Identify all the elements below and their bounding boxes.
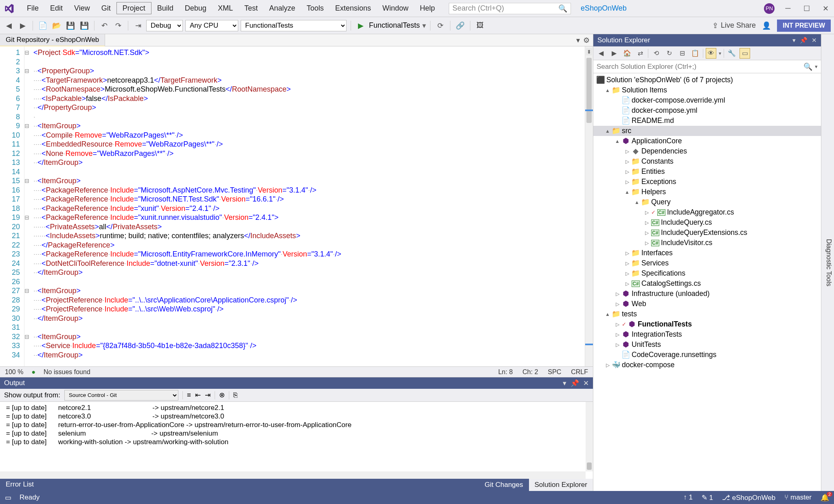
nav-back-icon[interactable]: ◀ (3, 20, 15, 31)
save-all-icon[interactable]: 💾 (79, 20, 90, 31)
menu-build[interactable]: Build (151, 2, 179, 14)
global-search[interactable]: Search (Ctrl+Q) 🔍 (449, 3, 571, 14)
expand-icon[interactable]: ▷ (615, 342, 620, 348)
step-icon[interactable]: ⇥ (132, 20, 144, 31)
expand-icon[interactable]: ▷ (644, 220, 650, 226)
bottom-tab-solution-explorer[interactable]: Solution Explorer (529, 479, 593, 491)
open-icon[interactable]: 📂 (51, 20, 62, 31)
menu-edit[interactable]: Edit (44, 2, 68, 14)
startup-select[interactable]: FunctionalTests (241, 20, 347, 31)
output-clear-icon[interactable]: ≡ (187, 391, 191, 399)
expand-icon[interactable]: ▷ (624, 149, 630, 154)
sol-fwd-icon[interactable]: ▶ (609, 48, 619, 59)
solution-header[interactable]: Solution Explorer ▾ 📌 ✕ (593, 34, 821, 46)
expand-icon[interactable]: ▷ (624, 169, 630, 175)
menu-file[interactable]: File (21, 2, 44, 14)
user-avatar[interactable]: PN (764, 3, 775, 14)
config-select[interactable]: Debug (146, 20, 183, 31)
menu-debug[interactable]: Debug (179, 2, 212, 14)
output-source-select[interactable]: Source Control - Git (64, 390, 178, 401)
branch-indicator[interactable]: ⑂ master (784, 493, 812, 502)
output-goto-icon[interactable]: ⎘ (233, 391, 237, 399)
tree-item[interactable]: ▷✓C#IncludeAggregator.cs (593, 207, 821, 217)
tree-item[interactable]: ▲📁Query (593, 197, 821, 207)
tree-item[interactable]: ▷◆Dependencies (593, 146, 821, 156)
tree-item[interactable]: ▷C#IncludeVisitor.cs (593, 238, 821, 248)
editor-scrollbar[interactable]: ⬍ (585, 46, 593, 366)
undo-icon[interactable]: ↶ (99, 20, 110, 31)
code-content[interactable]: <Project·Sdk="Microsoft.NET.Sdk"> ··<Pro… (31, 46, 585, 366)
expand-icon[interactable]: ▷ (615, 301, 620, 307)
expand-icon[interactable]: ▷ (624, 179, 630, 185)
expand-icon[interactable]: ▷ (615, 332, 620, 337)
sol-pin-icon[interactable]: 📌 (800, 37, 808, 44)
expand-icon[interactable]: ▲ (605, 128, 610, 134)
line-ending[interactable]: CRLF (571, 368, 588, 376)
sol-preview-icon[interactable]: 👁 (706, 48, 716, 59)
bottom-tab-git-changes[interactable]: Git Changes (479, 479, 529, 491)
solution-root[interactable]: ⬛ Solution 'eShopOnWeb' (6 of 7 projects… (593, 75, 821, 85)
live-share-button[interactable]: ⇪ Live Share (712, 21, 756, 30)
tree-item[interactable]: ▷📁Services (593, 258, 821, 268)
output-scrollbar-v[interactable] (586, 402, 593, 471)
push-indicator[interactable]: ↑ 1 (683, 493, 693, 502)
tree-item[interactable]: 📄docker-compose.yml (593, 105, 821, 116)
expand-icon[interactable]: ▷ (615, 322, 620, 327)
notifications-icon[interactable]: 🔔2 (821, 493, 829, 502)
refresh-icon[interactable]: ⟳ (435, 20, 446, 31)
output-pin-icon[interactable]: 📌 (571, 379, 579, 388)
output-dropdown-icon[interactable]: ▾ (563, 379, 566, 388)
menu-window[interactable]: Window (377, 2, 414, 14)
tree-item[interactable]: ▷✓⬢FunctionalTests (593, 319, 821, 329)
save-icon[interactable]: 💾 (65, 20, 76, 31)
sol-dropdown-icon[interactable]: ▾ (792, 37, 796, 44)
preview-button[interactable]: INT PREVIEW (777, 20, 831, 32)
browser-link-icon[interactable]: 🔗 (454, 20, 466, 31)
doc-tab[interactable]: Git Repository - eShopOnWeb (0, 34, 105, 46)
issues-text[interactable]: No issues found (44, 368, 90, 376)
code-editor[interactable]: 1234567891011121314151617181920212223242… (0, 46, 593, 366)
tree-item[interactable]: ▷C#IncludeQuery.cs (593, 217, 821, 228)
menu-view[interactable]: View (68, 2, 96, 14)
run-target[interactable]: FunctionalTests (369, 21, 420, 30)
fold-column[interactable]: ⊟ ⊟ ⊟ ⊟ ⊟ ⊟ ⊟ (24, 46, 31, 366)
menu-help[interactable]: Help (414, 2, 441, 14)
expand-icon[interactable]: ▲ (605, 88, 610, 93)
expand-icon[interactable]: ▷ (644, 240, 650, 246)
tree-item[interactable]: ▷📁Constants (593, 156, 821, 167)
sol-back-icon[interactable]: ◀ (596, 48, 606, 59)
expand-icon[interactable]: ▷ (624, 271, 630, 276)
sol-view-icon[interactable]: ▭ (740, 48, 750, 59)
menu-project[interactable]: Project (116, 2, 151, 14)
sol-properties-icon[interactable]: 🔧 (726, 48, 737, 59)
solution-search-input[interactable] (597, 63, 803, 71)
expand-icon[interactable]: ▷ (624, 261, 630, 266)
search-drop-icon[interactable]: ▾ (815, 64, 818, 70)
tab-settings-icon[interactable]: ⚙ (583, 36, 590, 45)
tree-item[interactable]: ▲⬢ApplicationCore (593, 136, 821, 146)
sol-showall-icon[interactable]: 📋 (690, 48, 700, 59)
tree-item[interactable]: ▷⬢Infrastructure (unloaded) (593, 289, 821, 299)
run-icon[interactable]: ▶ (355, 20, 367, 31)
menu-extensions[interactable]: Extensions (329, 2, 377, 14)
tree-item[interactable]: ▷⬢Web (593, 299, 821, 309)
minimize-icon[interactable]: ─ (783, 3, 793, 14)
output-close-icon[interactable]: ✕ (583, 379, 589, 388)
tab-overflow-icon[interactable]: ▾ (576, 36, 580, 45)
redo-icon[interactable]: ↷ (112, 20, 124, 31)
indent-mode[interactable]: SPC (548, 368, 561, 376)
diagnostic-tools-rail[interactable]: Diagnostic Tools (821, 34, 834, 491)
project-name[interactable]: eShopOnWeb (581, 4, 627, 13)
platform-select[interactable]: Any CPU (185, 20, 238, 31)
menu-analyze[interactable]: Analyze (263, 2, 301, 14)
tree-item[interactable]: 📄README.md (593, 116, 821, 126)
tree-item[interactable]: ▲📁src (593, 126, 821, 136)
sol-refresh-icon[interactable]: ↻ (664, 48, 674, 59)
scroll-thumb[interactable] (586, 58, 592, 123)
output-wrap-icon[interactable]: ⊗ (219, 391, 225, 399)
output-header[interactable]: Output ▾ 📌 ✕ (0, 377, 593, 389)
menu-xml[interactable]: XML (212, 2, 239, 14)
output-content[interactable]: = [up to date] netcore2.1 -> upstream/ne… (0, 402, 593, 479)
expand-icon[interactable]: ▷ (644, 230, 650, 236)
expand-icon[interactable]: ▲ (615, 138, 620, 144)
